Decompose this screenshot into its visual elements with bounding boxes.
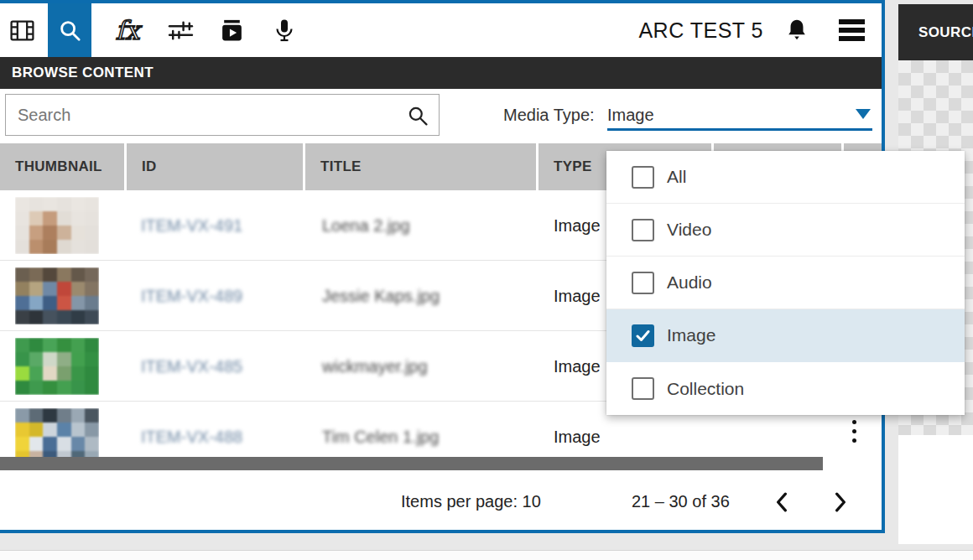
search-box: [5, 94, 440, 136]
checkbox[interactable]: [632, 377, 654, 400]
dropdown-option-image[interactable]: Image: [606, 309, 965, 362]
dropdown-option-audio[interactable]: Audio: [606, 257, 965, 309]
dropdown-option-video[interactable]: Video: [606, 204, 965, 257]
item-title: wickmayer.jpg: [322, 331, 428, 402]
browse-content-header: BROWSE CONTENT: [0, 57, 882, 89]
item-id-link[interactable]: ITEM-VX-489: [141, 261, 242, 331]
media-type-label: Media Type:: [503, 102, 595, 127]
item-title: Jessie Kaps.jpg: [322, 261, 440, 331]
bottom-panel-edge: [0, 550, 973, 560]
dropdown-option-all[interactable]: All: [606, 151, 965, 204]
column-header-thumbnail: THUMBNAIL: [0, 143, 124, 190]
browse-content-title: BROWSE CONTENT: [12, 65, 153, 81]
check-icon: [635, 328, 651, 344]
checkbox[interactable]: [632, 219, 654, 241]
fx-effects-icon[interactable]: fx: [106, 3, 149, 57]
fx-glyph: fx: [116, 18, 140, 44]
dropdown-option-collection[interactable]: Collection: [606, 362, 965, 415]
top-toolbar: fx: [0, 3, 882, 57]
item-title: Loena 2.jpg: [322, 190, 410, 261]
checkbox[interactable]: [632, 272, 654, 294]
source-panel-header: SOURCE: [898, 4, 973, 60]
checkbox-checked[interactable]: [632, 324, 654, 347]
item-id-link[interactable]: ITEM-VX-485: [141, 331, 242, 402]
row-kebab-menu-icon[interactable]: [847, 420, 861, 454]
option-label: Audio: [667, 272, 712, 293]
column-header-title: TITLE: [305, 143, 536, 190]
source-panel-title: SOURCE: [918, 24, 973, 41]
menu-hamburger-icon[interactable]: [832, 3, 871, 57]
items-per-page-value[interactable]: 10: [523, 492, 541, 511]
item-type: Image: [554, 331, 601, 402]
next-page-icon[interactable]: [829, 490, 852, 514]
items-per-page-label: Items per page:: [401, 492, 518, 511]
chevron-down-icon[interactable]: [856, 109, 871, 119]
option-label: Video: [667, 220, 711, 240]
search-tab-active[interactable]: [48, 3, 91, 57]
video-library-icon[interactable]: [210, 3, 253, 57]
column-header-id: ID: [127, 143, 303, 190]
search-input[interactable]: [6, 95, 412, 135]
thumbnail[interactable]: [15, 197, 99, 254]
media-type-underline: [607, 128, 872, 131]
items-per-page[interactable]: Items per page: 10: [401, 470, 541, 530]
checkbox[interactable]: [632, 166, 654, 189]
app-title: ARC TEST 5: [587, 3, 763, 57]
notifications-bell-icon[interactable]: [778, 3, 815, 57]
thumbnail[interactable]: [15, 267, 99, 324]
pagination-range: 21 – 30 of 36: [632, 470, 730, 530]
film-strip-icon[interactable]: [0, 3, 44, 57]
search-submit-icon[interactable]: [407, 105, 429, 127]
option-label: All: [667, 167, 686, 187]
horizontal-scrollbar-thumb[interactable]: [0, 457, 823, 470]
item-type: Image: [554, 261, 601, 331]
tune-sliders-icon[interactable]: [159, 3, 202, 57]
media-type-value[interactable]: Image: [607, 102, 654, 127]
item-type: Image: [554, 190, 601, 261]
thumbnail[interactable]: [15, 338, 99, 395]
search-icon: [58, 18, 81, 42]
previous-page-icon[interactable]: [770, 490, 793, 514]
option-label: Collection: [667, 379, 744, 399]
page: fx: [0, 0, 973, 560]
horizontal-scrollbar: [0, 457, 882, 470]
microphone-icon[interactable]: [263, 3, 306, 57]
option-label: Image: [667, 325, 715, 345]
item-id-link[interactable]: ITEM-VX-491: [141, 190, 242, 261]
media-type-dropdown: All Video Audio Image Collection: [606, 151, 965, 415]
pagination-bar: Items per page: 10 21 – 30 of 36: [0, 470, 882, 530]
